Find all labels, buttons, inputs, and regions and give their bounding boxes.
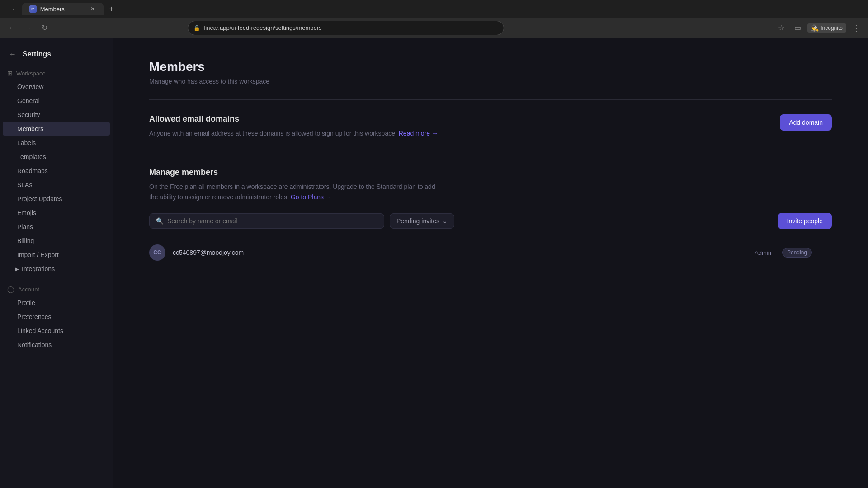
invite-people-button[interactable]: Invite people — [778, 213, 832, 229]
sidebar-item-plans[interactable]: Plans — [3, 220, 110, 234]
read-more-link[interactable]: Read more → — [399, 130, 438, 137]
search-filter-bar: 🔍 Pending invites ⌄ Invite people — [149, 213, 832, 229]
browser-tab-members[interactable]: M Members ✕ — [22, 3, 104, 15]
allowed-domains-header: Allowed email domains Anyone with an ema… — [149, 114, 832, 138]
sidebar-item-slas[interactable]: SLAs — [3, 178, 110, 192]
pending-invites-dropdown[interactable]: Pending invites ⌄ — [390, 213, 454, 229]
settings-sidebar: ← Settings ⊞ Workspace Overview General … — [0, 38, 113, 488]
tab-label: Members — [40, 6, 65, 13]
account-section-label: ◯ Account — [0, 283, 113, 296]
page-title: Members — [149, 60, 832, 74]
bookmark-icon[interactable]: ☆ — [775, 22, 788, 34]
back-nav-button[interactable]: ← — [5, 22, 18, 34]
browser-menu-icon[interactable]: ⋮ — [850, 22, 863, 34]
allowed-domains-title: Allowed email domains — [149, 114, 438, 124]
tab-bar: ‹ M Members ✕ + — [0, 0, 868, 18]
allowed-domains-section: Allowed email domains Anyone with an ema… — [149, 114, 832, 138]
sidebar-item-labels[interactable]: Labels — [3, 136, 110, 150]
account-section: ◯ Account Profile Preferences Linked Acc… — [0, 283, 113, 352]
workspace-section: ⊞ Workspace Overview General Security Me… — [0, 67, 113, 276]
allowed-domains-text: Allowed email domains Anyone with an ema… — [149, 114, 438, 138]
member-more-button[interactable]: ··· — [819, 246, 832, 259]
chevron-down-icon: ⌄ — [442, 217, 448, 225]
allowed-domains-description: Anyone with an email address at these do… — [149, 128, 438, 138]
sidebar-item-import-export[interactable]: Import / Export — [3, 248, 110, 262]
incognito-badge: 🕵 Incognito — [807, 23, 846, 33]
integrations-expand-icon: ▶ — [15, 267, 19, 272]
sidebar-item-roadmaps[interactable]: Roadmaps — [3, 164, 110, 178]
pending-invites-label: Pending invites — [396, 217, 439, 225]
url-text: linear.app/ui-feed-redesign/settings/mem… — [204, 24, 321, 31]
sidebar-item-notifications[interactable]: Notifications — [3, 338, 110, 352]
avatar: CC — [149, 244, 165, 261]
toolbar-right: ☆ ▭ 🕵 Incognito ⋮ — [775, 22, 863, 34]
tab-favicon: M — [29, 5, 37, 13]
sidebar-header: ← Settings — [0, 45, 113, 67]
search-icon: 🔍 — [156, 217, 164, 225]
sidebar-item-general[interactable]: General — [3, 94, 110, 108]
table-row: CC cc540897@moodjoy.com Admin Pending ··… — [149, 238, 832, 267]
member-role: Admin — [755, 249, 771, 256]
new-tab-button[interactable]: + — [105, 3, 118, 15]
status-badge: Pending — [782, 248, 812, 258]
workspace-icon: ⊞ — [7, 70, 13, 77]
sidebar-item-overview[interactable]: Overview — [3, 80, 110, 94]
member-email: cc540897@moodjoy.com — [173, 249, 747, 256]
main-content: Members Manage who has access to this wo… — [113, 38, 868, 488]
manage-members-title: Manage members — [149, 168, 832, 177]
lock-icon: 🔒 — [193, 25, 200, 31]
sidebar-item-security[interactable]: Security — [3, 108, 110, 122]
sidebar-item-linked-accounts[interactable]: Linked Accounts — [3, 324, 110, 338]
forward-nav-button[interactable]: → — [22, 22, 34, 34]
tab-close-button[interactable]: ✕ — [89, 5, 96, 13]
invite-btn-wrap: Invite people — [778, 213, 832, 229]
go-to-plans-link[interactable]: Go to Plans → — [291, 193, 332, 201]
incognito-avatar-icon: 🕵 — [811, 24, 819, 32]
sidebar-toggle-icon[interactable]: ▭ — [791, 22, 804, 34]
incognito-label: Incognito — [821, 25, 843, 31]
add-domain-button[interactable]: Add domain — [780, 114, 832, 131]
sidebar-item-integrations[interactable]: ▶ Integrations — [3, 262, 110, 276]
browser-chrome: ‹ M Members ✕ + ← → ↻ 🔒 linear.app/ui-fe… — [0, 0, 868, 38]
tab-nav-prev[interactable]: ‹ — [11, 5, 17, 14]
members-list: CC cc540897@moodjoy.com Admin Pending ··… — [149, 238, 832, 267]
settings-back-button[interactable]: ← — [7, 49, 18, 60]
app-layout: ← Settings ⊞ Workspace Overview General … — [0, 38, 868, 488]
sidebar-item-preferences[interactable]: Preferences — [3, 310, 110, 324]
browser-toolbar: ← → ↻ 🔒 linear.app/ui-feed-redesign/sett… — [0, 18, 868, 38]
member-search-input[interactable] — [167, 217, 377, 225]
address-bar[interactable]: 🔒 linear.app/ui-feed-redesign/settings/m… — [188, 21, 504, 35]
account-icon: ◯ — [7, 286, 14, 293]
divider-2 — [149, 153, 832, 153]
sidebar-item-emojis[interactable]: Emojis — [3, 206, 110, 220]
settings-title: Settings — [23, 50, 51, 58]
reload-button[interactable]: ↻ — [38, 22, 51, 34]
search-input-wrap[interactable]: 🔍 — [149, 213, 384, 229]
manage-members-description: On the Free plan all members in a worksp… — [149, 182, 439, 202]
sidebar-item-project-updates[interactable]: Project Updates — [3, 192, 110, 206]
sidebar-item-templates[interactable]: Templates — [3, 150, 110, 164]
sidebar-item-billing[interactable]: Billing — [3, 234, 110, 248]
workspace-section-label: ⊞ Workspace — [0, 67, 113, 80]
manage-members-section: Manage members On the Free plan all memb… — [149, 168, 832, 267]
sidebar-item-profile[interactable]: Profile — [3, 296, 110, 310]
sidebar-item-members[interactable]: Members — [3, 122, 110, 136]
divider-1 — [149, 99, 832, 100]
page-subtitle: Manage who has access to this workspace — [149, 78, 832, 85]
